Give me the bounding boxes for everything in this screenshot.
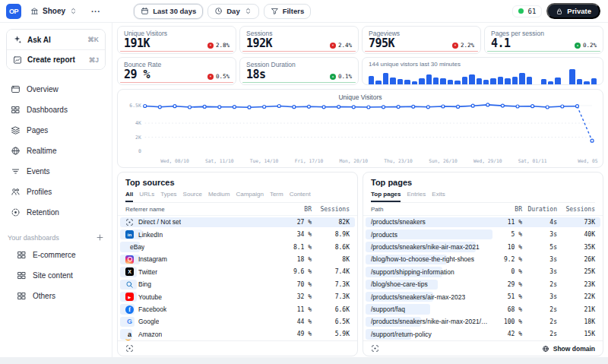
sources-tab-all[interactable]: All bbox=[125, 191, 133, 202]
pages-tab-exits[interactable]: Exits bbox=[432, 191, 445, 202]
table-row[interactable]: Direct / Not set27 %82K bbox=[118, 216, 357, 228]
sessions-cell: 6.6K bbox=[312, 306, 350, 313]
online-visitors-indicator[interactable]: 61 bbox=[512, 5, 542, 17]
sidebar-action-create-report[interactable]: Create report⌘J bbox=[7, 49, 105, 69]
pages-tab-top-pages[interactable]: Top pages bbox=[371, 191, 401, 202]
path-cell: /support/faq bbox=[371, 305, 489, 313]
sidebar-action-ask-ai[interactable]: Ask AI⌘K bbox=[7, 30, 105, 49]
sidebar-item-overview[interactable]: Overview bbox=[6, 79, 106, 100]
top-sources-columns: Referrer nameBRSessions bbox=[118, 203, 357, 216]
table-row[interactable]: inLinkedIn34 %8.9K bbox=[118, 229, 357, 241]
sidebar-item-profiles[interactable]: Profiles bbox=[6, 182, 106, 202]
table-row[interactable]: XTwitter9.6 %7.4K bbox=[118, 266, 357, 278]
realtime-bar bbox=[591, 78, 597, 85]
top-pages-rows: /products/sneakers11 %4s73K/products5 %3… bbox=[363, 216, 603, 340]
stat-card-unique-visitors[interactable]: Unique Visitors191K▾2.8% bbox=[117, 26, 236, 54]
table-row[interactable]: /support/shipping-information0 %3s25K bbox=[363, 266, 603, 278]
path-cell: /products bbox=[371, 231, 489, 239]
sources-tab-urls[interactable]: URLs bbox=[139, 191, 154, 202]
duration-cell: 3s bbox=[522, 231, 557, 238]
dashboards-icon bbox=[17, 291, 27, 301]
sessions-cell: 82K bbox=[312, 219, 350, 226]
svg-text:Sat, 11/10: Sat, 11/10 bbox=[205, 158, 234, 163]
table-row[interactable]: ▶Youtube32 %7.3K bbox=[118, 290, 357, 302]
linkedin-icon: in bbox=[125, 230, 134, 239]
path-cell: /blog/shoe-care-tips bbox=[371, 280, 489, 288]
sessions-cell: 18K bbox=[557, 318, 595, 325]
twitter-icon: X bbox=[125, 267, 134, 276]
filters-button[interactable]: Filters bbox=[264, 4, 312, 19]
interval-button[interactable]: Day bbox=[207, 4, 258, 19]
sessions-cell: 7.3K bbox=[312, 281, 350, 288]
table-row[interactable]: /products/sneakers/nike-air-max-2021/det… bbox=[363, 315, 603, 328]
top-pages-card: Top pages Top pagesEntriesExits PathBRDu… bbox=[363, 172, 603, 356]
realtime-visitors-card[interactable]: 144 unique vistors last 30 minutes bbox=[362, 57, 603, 85]
stats-grid: Unique Visitors191K▾2.8%Sessions192K▾2.4… bbox=[117, 26, 603, 85]
stat-card-sessions[interactable]: Sessions192K▾2.4% bbox=[239, 26, 359, 54]
table-row[interactable]: /products/sneakers/nike-air-max-202110 %… bbox=[363, 241, 603, 253]
table-row[interactable]: /support/return-policy42 %2s15K bbox=[363, 328, 603, 340]
svg-text:Tue, 14/10: Tue, 14/10 bbox=[250, 158, 279, 163]
table-row[interactable]: Instagram18 %8K bbox=[118, 253, 357, 265]
referrer-name-cell: Direct / Not set bbox=[125, 218, 278, 226]
show-domain-button[interactable]: Show domain bbox=[542, 345, 595, 353]
stat-card-pages-per-session[interactable]: Pages per session4.1▴0.2% bbox=[484, 26, 603, 54]
table-row[interactable]: /products/sneakers/air-max-202351 %3s22K bbox=[363, 290, 603, 302]
sidebar-dashboard-others[interactable]: Others bbox=[6, 286, 106, 306]
sources-tab-term[interactable]: Term bbox=[270, 191, 283, 202]
table-row[interactable]: a‿Amazon49 %5.9K bbox=[118, 328, 357, 340]
more-options-button[interactable]: ... bbox=[87, 5, 105, 18]
realtime-bar bbox=[426, 74, 432, 85]
scan-icon[interactable] bbox=[125, 344, 134, 353]
sources-tab-source[interactable]: Source bbox=[183, 191, 202, 202]
table-row[interactable]: /blog/how-to-choose-the-right-shoes9.2 %… bbox=[363, 253, 603, 265]
sessions-cell: 23K bbox=[557, 281, 595, 288]
stat-card-bounce-rate[interactable]: Bounce Rate29 %▾0.5% bbox=[117, 57, 236, 85]
workspace-selector[interactable]: Shoey bbox=[26, 5, 82, 17]
table-row[interactable]: /blog/shoe-care-tips29 %2s23K bbox=[363, 278, 603, 290]
table-row[interactable]: /products/sneakers11 %4s73K bbox=[363, 216, 603, 228]
scan-icon[interactable] bbox=[371, 344, 379, 353]
path-cell: /blog/how-to-choose-the-right-shoes bbox=[371, 255, 489, 263]
sources-tab-content[interactable]: Content bbox=[290, 191, 311, 202]
table-row[interactable]: Bing70 %7.3K bbox=[118, 278, 357, 290]
sidebar-item-realtime[interactable]: Realtime bbox=[6, 141, 106, 161]
app-logo[interactable]: OP bbox=[6, 4, 21, 19]
sidebar-dashboard-e-commerce[interactable]: E-commerce bbox=[6, 245, 106, 265]
bounce-rate-cell: 9.2 % bbox=[489, 256, 522, 263]
chevron-updown-icon bbox=[69, 7, 78, 15]
sessions-cell: 8.6K bbox=[312, 244, 350, 251]
sources-tab-campaign[interactable]: Campaign bbox=[236, 191, 263, 202]
bounce-rate-cell: 27 % bbox=[278, 219, 312, 226]
table-row[interactable]: /products5 %3s40K bbox=[363, 229, 603, 241]
privacy-button[interactable]: Private bbox=[546, 3, 600, 19]
date-range-button[interactable]: Last 30 days bbox=[134, 4, 203, 19]
sidebar-item-pages[interactable]: Pages bbox=[6, 120, 106, 141]
sidebar-item-retention[interactable]: Retention bbox=[6, 202, 106, 223]
referrer-name: Amazon bbox=[138, 331, 162, 338]
duration-cell: 5s bbox=[522, 244, 557, 251]
nav-item-label: Overview bbox=[27, 85, 59, 93]
pages-tab-entries[interactable]: Entries bbox=[407, 191, 426, 202]
sources-tab-medium[interactable]: Medium bbox=[208, 191, 230, 202]
bounce-rate-cell: 11 % bbox=[489, 219, 522, 226]
add-dashboard-button[interactable] bbox=[96, 233, 104, 242]
stat-card-session-duration[interactable]: Session Duration18s▴0.1% bbox=[239, 57, 359, 85]
sources-tab-types[interactable]: Types bbox=[160, 191, 176, 202]
table-row[interactable]: /support/faq68 %2s21K bbox=[363, 303, 603, 315]
stat-card-pageviews[interactable]: Pageviews795K▾2.2% bbox=[362, 26, 481, 54]
sidebar-dashboard-site-content[interactable]: Site content bbox=[6, 265, 106, 286]
google-icon: G bbox=[125, 318, 134, 326]
your-dashboards-label: Your dashboards bbox=[8, 234, 59, 242]
sidebar-item-dashboards[interactable]: Dashboards bbox=[6, 100, 106, 120]
table-row[interactable]: fFacebook11 %6.6K bbox=[118, 303, 357, 315]
column-header-sessions: Sessions bbox=[557, 206, 595, 213]
filters-label: Filters bbox=[283, 7, 305, 15]
sidebar-item-events[interactable]: Events bbox=[6, 161, 106, 182]
column-header-path: Path bbox=[371, 206, 489, 213]
table-row[interactable]: GGoogle44 %6.5K bbox=[118, 315, 357, 328]
table-row[interactable]: eBay8.1 %8.6K bbox=[118, 241, 357, 253]
realtime-bar bbox=[383, 73, 388, 85]
svg-text:Wed, 05/11: Wed, 05/11 bbox=[578, 158, 598, 163]
path-cell: /support/shipping-information bbox=[371, 268, 489, 276]
